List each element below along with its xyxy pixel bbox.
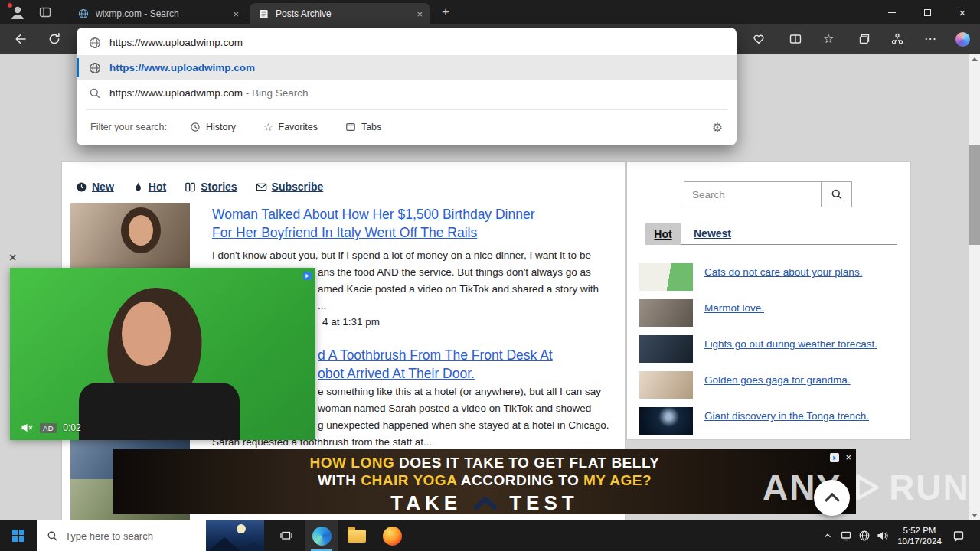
sidebar-search-button[interactable] xyxy=(821,181,852,207)
tray-show-hidden-icons[interactable] xyxy=(819,520,836,551)
tray-monitor-icon[interactable] xyxy=(838,520,854,551)
close-icon: × xyxy=(959,6,966,19)
nav-label: Subscribe xyxy=(272,181,324,193)
article1-title-link[interactable]: Woman Talked About How Her $1,500 Birthd… xyxy=(212,205,626,242)
sidebar-tab-newest[interactable]: Newest xyxy=(694,227,731,240)
ellipsis-glyph: ⋯ xyxy=(924,32,937,45)
notification-badge xyxy=(7,2,13,8)
tab-separator xyxy=(247,8,247,19)
ad-close-icon[interactable]: × xyxy=(845,452,851,463)
banner-line-2: WITH CHAIR YOGA ACCORDING TO MY AGE? xyxy=(318,471,652,489)
edge-icon xyxy=(312,527,332,546)
action-center-button[interactable] xyxy=(948,520,969,551)
taskbar-clock[interactable]: 5:52 PM 10/17/2024 xyxy=(893,520,946,551)
list-item-thumbnail[interactable] xyxy=(639,335,693,363)
star-glyph: ☆ xyxy=(823,32,834,45)
article1-thumbnail[interactable] xyxy=(70,203,190,272)
sidebar-tab-hot[interactable]: Hot xyxy=(645,223,681,245)
sidebar-tab-rule xyxy=(681,244,897,245)
screen: wixmp.com - Search × Posts Archive × + × xyxy=(0,0,980,551)
title-line: Woman Talked About How Her $1,500 Birthd… xyxy=(212,205,626,223)
article1-body-line: ... xyxy=(318,300,326,311)
tab-label: Hot xyxy=(654,228,671,240)
profile-avatar[interactable] xyxy=(8,3,27,21)
play-logo-icon xyxy=(848,470,883,505)
list-item-link[interactable]: Golden goes gaga for grandma. xyxy=(704,373,897,386)
list-item-link[interactable]: Lights go out during weather forecast. xyxy=(704,337,897,350)
suggestion-url[interactable]: https://www.uploadwimp.com xyxy=(77,55,737,80)
address-bar[interactable]: https://www.uploadwimp.com xyxy=(77,30,737,55)
search-highlight-image[interactable] xyxy=(206,520,264,551)
list-item-thumbnail[interactable] xyxy=(639,263,693,291)
taskbar-explorer-button[interactable] xyxy=(340,520,374,551)
browser-tab-2[interactable]: Posts Archive × xyxy=(250,3,430,24)
settings-menu-icon[interactable]: ⋯ xyxy=(924,32,938,46)
nav-link-hot[interactable]: Hot xyxy=(132,181,166,193)
suggestion-search[interactable]: https://www.uploadwimp.com - Bing Search xyxy=(77,80,737,106)
back-button[interactable] xyxy=(14,32,28,46)
start-button[interactable] xyxy=(0,520,37,551)
minimize-button[interactable] xyxy=(874,0,910,24)
adchoices-icon[interactable] xyxy=(830,453,839,462)
sidebar-search-input[interactable] xyxy=(684,181,822,207)
tab-close-icon[interactable]: × xyxy=(233,8,239,20)
refresh-button[interactable] xyxy=(47,32,61,46)
collections-icon[interactable] xyxy=(857,32,871,46)
page-scrollbar[interactable] xyxy=(969,54,980,520)
filter-tabs-button[interactable]: Tabs xyxy=(345,122,381,132)
list-item-link[interactable]: Marmot love. xyxy=(704,302,897,315)
nav-link-new[interactable]: New xyxy=(76,181,114,193)
tabs-icon xyxy=(345,122,356,132)
close-window-button[interactable]: × xyxy=(945,0,980,24)
browser-titlebar: wixmp.com - Search × Posts Archive × + × xyxy=(0,0,980,24)
mute-icon[interactable] xyxy=(21,422,34,433)
list-item-thumbnail[interactable] xyxy=(639,299,693,327)
file-explorer-icon xyxy=(348,530,366,543)
copilot-icon[interactable] xyxy=(956,32,970,47)
list-item-link[interactable]: Cats do not care about your plans. xyxy=(704,266,897,279)
video-ad-player[interactable]: AD 0:02 xyxy=(10,268,315,440)
list-item-thumbnail[interactable] xyxy=(639,407,693,435)
filter-favorites-button[interactable]: ☆ Favorites xyxy=(263,121,318,133)
nav-link-stories[interactable]: Stories xyxy=(185,181,237,193)
banner-cta[interactable]: TAKE TEST xyxy=(390,491,578,515)
adchoices-icon[interactable] xyxy=(303,272,312,280)
scrollbar-down-arrow[interactable] xyxy=(969,510,980,520)
maximize-button[interactable] xyxy=(910,0,945,24)
minimize-icon xyxy=(888,12,896,13)
browser-tab-1[interactable]: wixmp.com - Search × xyxy=(69,3,247,24)
taskbar-firefox-button[interactable] xyxy=(375,520,409,551)
scroll-to-top-button[interactable] xyxy=(814,480,850,516)
thumbnail-face xyxy=(129,215,153,246)
split-screen-icon[interactable] xyxy=(789,32,802,46)
browser-essentials-icon[interactable] xyxy=(752,32,766,46)
list-item-thumbnail[interactable] xyxy=(639,371,693,399)
tab-title: wixmp.com - Search xyxy=(96,8,228,19)
stories-icon xyxy=(185,181,196,193)
omnibox-divider xyxy=(86,109,727,110)
scrollbar-thumb[interactable] xyxy=(969,145,980,245)
new-tab-button[interactable]: + xyxy=(438,5,453,20)
chevron-up-icon xyxy=(822,530,833,541)
scrollbar-up-arrow[interactable] xyxy=(969,54,980,64)
taskbar-search[interactable] xyxy=(37,520,264,551)
search-icon xyxy=(47,530,58,542)
taskbar-search-input[interactable] xyxy=(65,530,180,542)
article1-body-line: amed Kacie posted a video on TikTok and … xyxy=(318,283,599,295)
tab-actions-icon[interactable] xyxy=(38,5,52,19)
favorites-icon[interactable]: ☆ xyxy=(823,32,837,46)
tray-volume-icon[interactable] xyxy=(874,520,891,551)
list-item-link[interactable]: Giant discovery in the Tonga trench. xyxy=(704,409,897,422)
video-body xyxy=(79,383,240,440)
clock-date: 10/17/2024 xyxy=(897,536,942,546)
video-close-icon[interactable]: × xyxy=(9,251,16,265)
settings-gear-icon[interactable]: ⚙ xyxy=(712,120,723,135)
tray-network-icon[interactable] xyxy=(856,520,873,551)
filter-history-button[interactable]: History xyxy=(190,122,236,132)
taskbar-edge-button[interactable] xyxy=(305,520,338,551)
banner-ad[interactable]: HOW LONG DOES IT TAKE TO GET FLAT BELLY … xyxy=(113,449,856,514)
extensions-icon[interactable] xyxy=(890,32,904,46)
nav-link-subscribe[interactable]: Subscribe xyxy=(256,181,324,193)
task-view-button[interactable] xyxy=(270,520,303,551)
tab-close-icon[interactable]: × xyxy=(416,8,423,20)
